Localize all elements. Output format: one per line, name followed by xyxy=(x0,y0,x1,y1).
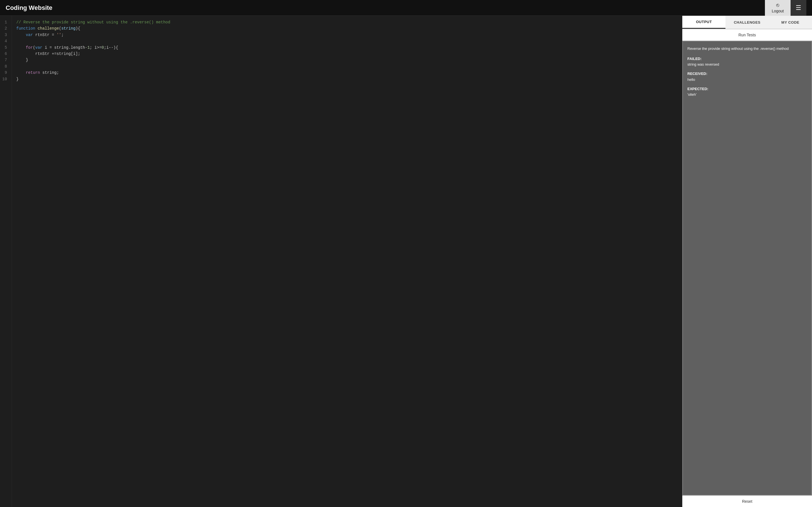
tab-output[interactable]: OUTPUT xyxy=(682,16,725,29)
output-description: Reverse the provide string without using… xyxy=(688,46,807,52)
output-failed-label: FAILED: xyxy=(688,56,807,62)
header-controls: ⎋ Logout ☰ xyxy=(765,0,806,16)
code-num: -1 xyxy=(85,45,90,50)
line-num-6: 6 xyxy=(2,51,9,57)
logout-label: Logout xyxy=(772,9,784,13)
output-received-value: hello xyxy=(688,77,807,83)
line-numbers: 1 2 3 4 5 6 7 8 9 10 xyxy=(0,16,12,507)
hamburger-icon: ☰ xyxy=(796,4,801,11)
tab-challenges[interactable]: CHALLENGES xyxy=(725,16,769,29)
logout-button[interactable]: ⎋ Logout xyxy=(765,0,791,16)
reset-button[interactable]: Reset xyxy=(682,496,812,507)
output-expected-value: 'olleh' xyxy=(688,92,807,98)
line-num-1: 1 xyxy=(2,19,9,25)
line-num-7: 7 xyxy=(2,57,9,63)
logout-icon: ⎋ xyxy=(776,2,779,8)
line-num-3: 3 xyxy=(2,32,9,38)
output-area: Reverse the provide string without using… xyxy=(682,41,812,496)
run-tests-button[interactable]: Run Tests xyxy=(682,29,812,41)
code-param: string xyxy=(61,26,75,31)
site-title: Coding Website xyxy=(6,4,52,11)
output-expected-section: EXPECTED: 'olleh' xyxy=(688,86,807,98)
panel-content: Run Tests Reverse the provide string wit… xyxy=(682,29,812,507)
line-num-8: 8 xyxy=(2,63,9,69)
right-panel: OUTPUT CHALLENGES MY CODE Run Tests Reve… xyxy=(682,16,812,507)
code-string-empty: '' xyxy=(57,33,61,37)
output-failed-value: string was reversed xyxy=(688,62,807,68)
editor-area[interactable]: 1 2 3 4 5 6 7 8 9 10 // Reverse the prov… xyxy=(0,16,682,507)
output-failed-section: FAILED: string was reversed xyxy=(688,56,807,68)
code-comment: // Reverse the provide string without us… xyxy=(16,20,170,24)
menu-button[interactable]: ☰ xyxy=(791,0,806,16)
line-num-10: 10 xyxy=(2,76,9,82)
code-for: for xyxy=(26,45,33,50)
header: Coding Website ⎋ Logout ☰ xyxy=(0,0,812,16)
code-zero: 0 xyxy=(101,45,104,50)
code-return: return xyxy=(26,70,40,75)
output-received-section: RECEIVED: hello xyxy=(688,71,807,83)
tabs-bar: OUTPUT CHALLENGES MY CODE xyxy=(682,16,812,29)
code-function-name: challenge xyxy=(38,26,59,31)
code-var: var xyxy=(26,33,33,37)
code-container: 1 2 3 4 5 6 7 8 9 10 // Reverse the prov… xyxy=(0,16,682,507)
output-received-label: RECEIVED: xyxy=(688,71,807,77)
main-layout: 1 2 3 4 5 6 7 8 9 10 // Reverse the prov… xyxy=(0,16,812,507)
code-content[interactable]: // Reverse the provide string without us… xyxy=(12,16,682,507)
line-num-2: 2 xyxy=(2,25,9,32)
line-num-9: 9 xyxy=(2,69,9,76)
line-num-4: 4 xyxy=(2,38,9,44)
line-num-5: 5 xyxy=(2,45,9,51)
code-keyword-function: function xyxy=(16,26,35,31)
code-var2: var xyxy=(35,45,42,50)
tab-mycode[interactable]: MY CODE xyxy=(769,16,812,29)
output-expected-label: EXPECTED: xyxy=(688,86,807,92)
